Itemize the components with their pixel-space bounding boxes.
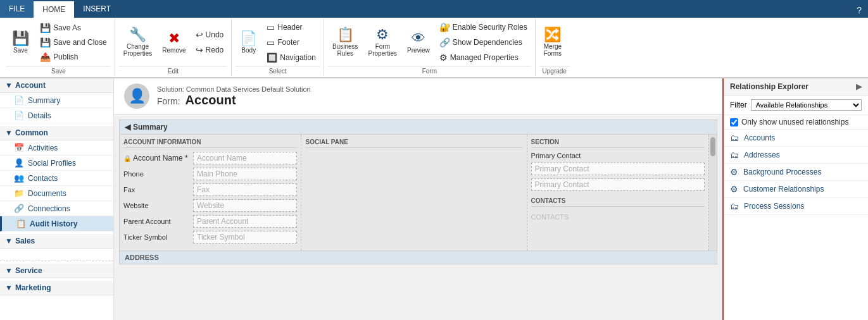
sidebar-section-marketing[interactable]: ▼ Marketing [0, 281, 113, 295]
marketing-section-label: Marketing [15, 283, 51, 292]
field-input-ticker[interactable]: Ticker Symbol [193, 231, 297, 243]
filter-select[interactable]: Available Relationships All Relationship… [751, 99, 862, 111]
right-panel-header: Relationship Explorer ▶ [724, 78, 868, 95]
common-section-label: Common [15, 128, 48, 137]
help-icon[interactable]: ? [850, 3, 868, 18]
fax-placeholder: Fax [197, 185, 210, 194]
sidebar-item-details[interactable]: 📄 Details [0, 108, 113, 123]
process-sessions-rel-label: Process Sessions [744, 202, 804, 211]
tab-home[interactable]: HOME [34, 1, 74, 18]
field-row-account-name: 🔒 Account Name * Account Name [123, 152, 297, 164]
sidebar-item-contacts[interactable]: 👥 Contacts [0, 171, 113, 186]
right-panel-checkbox-row: Only show unused relationships [724, 115, 868, 130]
scrollbar[interactable] [709, 135, 717, 250]
business-rules-button[interactable]: 📋 BusinessRules [328, 25, 363, 59]
enable-security-button[interactable]: 🔐 Enable Security Roles [436, 20, 531, 34]
publish-button[interactable]: 📤 Publish [36, 50, 111, 64]
header-label: Header [277, 23, 302, 32]
addresses-rel-icon: 🗂 [730, 150, 739, 160]
right-panel-item-customer-relationships[interactable]: ⚙ Customer Relationships [724, 181, 868, 198]
form-header-info: Solution: Common Data Services Default S… [157, 85, 311, 108]
change-properties-icon: 🔧 [129, 28, 146, 42]
ribbon-group-select: 📄 Body ▭ Header ▭ Footer 🔲 Navigation [232, 19, 324, 76]
audit-history-label: Audit History [30, 219, 77, 228]
right-panel-expand-icon[interactable]: ▶ [856, 82, 862, 91]
header-button[interactable]: ▭ Header [263, 20, 320, 34]
social-profiles-icon: 👤 [14, 158, 24, 168]
service-section-triangle: ▼ [5, 266, 13, 275]
save-button[interactable]: 💾 Save [6, 20, 35, 65]
right-panel-item-background-processes[interactable]: ⚙ Background Processes [724, 164, 868, 181]
save-group-label: Save [6, 66, 111, 75]
footer-icon: ▭ [267, 37, 275, 47]
field-row-fax: Fax Fax [123, 183, 297, 196]
remove-button[interactable]: ✖ Remove [158, 29, 190, 56]
right-panel-item-accounts[interactable]: 🗂 Accounts [724, 130, 868, 147]
contacts-placeholder-text: CONTACTS [531, 211, 705, 223]
activities-icon: 📅 [14, 143, 24, 152]
show-deps-button[interactable]: 🔗 Show Dependencies [436, 35, 531, 49]
publish-label: Publish [53, 52, 78, 61]
redo-button[interactable]: ↪ Redo [192, 43, 228, 57]
customer-relationships-rel-label: Customer Relationships [743, 185, 824, 194]
sidebar-section-common[interactable]: ▼ Common [0, 126, 113, 140]
field-input-parent-account[interactable]: Parent Account [193, 215, 297, 228]
merge-forms-button[interactable]: 🔀 MergeForms [539, 25, 566, 59]
field-input-website[interactable]: Website [193, 199, 297, 212]
right-panel-item-process-sessions[interactable]: 🗂 Process Sessions [724, 198, 868, 215]
preview-icon: 👁 [412, 32, 425, 46]
sidebar-item-audit-history[interactable]: 📋 Audit History [0, 216, 113, 231]
tab-file[interactable]: FILE [0, 0, 34, 18]
sidebar-section-account[interactable]: ▼ Account [0, 78, 113, 93]
save-as-button[interactable]: 💾 Save As [36, 21, 111, 35]
solution-text: Solution: Common Data Services Default S… [157, 85, 311, 93]
unused-relationships-checkbox[interactable] [730, 118, 738, 126]
phone-placeholder: Main Phone [197, 169, 237, 178]
field-input-primary-contact[interactable]: Primary Contact [531, 163, 705, 175]
form-properties-button[interactable]: ⚙ FormProperties [364, 25, 402, 59]
field-row-phone: Phone Main Phone [123, 168, 297, 180]
ticker-placeholder: Ticker Symbol [197, 233, 245, 242]
form-label: Form: [157, 96, 180, 106]
sidebar-item-social-profiles[interactable]: 👤 Social Profiles [0, 156, 113, 171]
sales-section-label: Sales [15, 237, 35, 245]
sidebar-item-activities[interactable]: 📅 Activities [0, 140, 113, 156]
merge-forms-label: MergeForms [544, 43, 562, 57]
field-input-primary-contact2[interactable]: Primary Contact [531, 178, 705, 191]
change-properties-button[interactable]: 🔧 ChangeProperties [119, 25, 157, 59]
navigation-button[interactable]: 🔲 Navigation [263, 51, 320, 65]
business-rules-icon: 📋 [337, 28, 354, 42]
undo-button[interactable]: ↩ Undo [192, 28, 228, 42]
sidebar-section-sales[interactable]: ▼ Sales [0, 234, 113, 249]
details-icon: 📄 [14, 111, 24, 120]
field-input-phone[interactable]: Main Phone [193, 168, 297, 180]
managed-props-button[interactable]: ⚙ Managed Properties [436, 51, 531, 65]
scrollbar-thumb [710, 137, 715, 156]
form-section-summary-header[interactable]: ◀ Summary [120, 120, 717, 135]
content-area: 👤 Solution: Common Data Services Default… [114, 78, 722, 320]
sidebar-item-documents[interactable]: 📁 Documents [0, 186, 113, 201]
right-panel-item-addresses[interactable]: 🗂 Addresses [724, 147, 868, 164]
field-row-primary-contact: Primary Contact [531, 152, 705, 159]
account-info-header: ACCOUNT INFORMATION [123, 138, 297, 148]
field-label-ticker: Ticker Symbol [123, 233, 193, 241]
ribbon-group-form: 📋 BusinessRules ⚙ FormProperties 👁 Previ… [324, 19, 536, 76]
managed-props-label: Managed Properties [450, 53, 519, 62]
navigation-label: Navigation [280, 53, 316, 62]
body-button[interactable]: 📄 Body [236, 29, 261, 56]
sidebar-section-service[interactable]: ▼ Service [0, 264, 113, 278]
sidebar-item-summary[interactable]: 📄 Summary [0, 93, 113, 108]
preview-button[interactable]: 👁 Preview [403, 29, 434, 56]
field-input-fax[interactable]: Fax [193, 183, 297, 196]
save-close-button[interactable]: 💾 Save and Close [36, 35, 111, 49]
undo-label: Undo [206, 30, 224, 39]
save-label: Save [13, 47, 28, 54]
customer-relationships-rel-icon: ⚙ [730, 184, 738, 194]
footer-button[interactable]: ▭ Footer [263, 35, 320, 49]
field-label-website: Website [123, 202, 193, 209]
field-label-account-name: 🔒 Account Name * [123, 154, 193, 163]
tab-insert[interactable]: INSERT [74, 0, 120, 18]
form-body: ◀ Summary ACCOUNT INFORMATION 🔒 Account … [114, 114, 722, 274]
sidebar-item-connections[interactable]: 🔗 Connections [0, 201, 113, 216]
field-input-account-name[interactable]: Account Name [193, 152, 297, 164]
